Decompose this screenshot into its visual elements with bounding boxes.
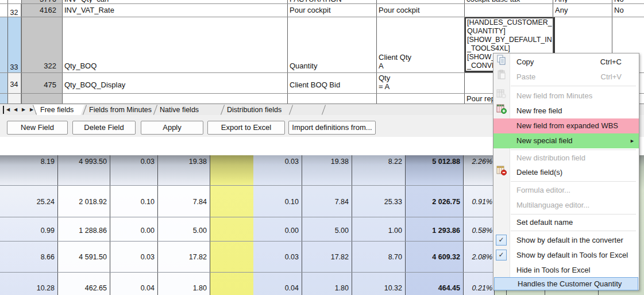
table-cell[interactable]: 4 993.50: [58, 158, 107, 166]
first-tab-button[interactable]: ◀: [3, 106, 12, 114]
table-cell[interactable]: 19.38: [302, 158, 349, 166]
qty-label[interactable]: Qty: [379, 74, 462, 83]
export-to-excel-button[interactable]: Export to Excel: [207, 121, 285, 135]
table-cell[interactable]: 0.00: [253, 227, 299, 235]
table-cell[interactable]: 0.03: [110, 158, 155, 166]
table-cell[interactable]: 8.66: [0, 253, 55, 262]
table-cell[interactable]: 8.19: [0, 158, 55, 166]
table-cell-total[interactable]: 4 609.32: [406, 253, 460, 262]
next-tab-button[interactable]: ▶: [20, 106, 28, 114]
field-usage[interactable]: Pour cockpit: [290, 6, 375, 15]
field-any[interactable]: Any: [555, 6, 610, 15]
table-cell-percent[interactable]: 2.08%: [463, 253, 492, 262]
field-name[interactable]: Qty_BOQ_Display: [64, 81, 237, 90]
row-header-34[interactable]: 34: [7, 72, 21, 93]
paste-icon: [496, 70, 507, 80]
field-id[interactable]: 322: [21, 62, 56, 71]
table-cell-total[interactable]: 1 293.86: [406, 227, 460, 235]
apply-button[interactable]: Apply: [141, 121, 203, 135]
table-cell[interactable]: 7.84: [302, 198, 349, 206]
table-cell[interactable]: 19.38: [158, 158, 207, 166]
table-cell[interactable]: 5.00: [158, 227, 207, 235]
table-cell[interactable]: 4 591.50: [58, 253, 107, 262]
checkbox-checked-icon: ✓: [496, 250, 507, 260]
table-cell[interactable]: 1 288.86: [58, 227, 107, 235]
field-usage[interactable]: Client BOQ Bid: [290, 81, 375, 90]
table-cell-total[interactable]: 464.45: [406, 284, 460, 293]
field-no[interactable]: No: [614, 6, 642, 15]
table-cell[interactable]: 17.82: [158, 253, 207, 262]
field-name[interactable]: INV_VAT_Rate: [64, 6, 237, 15]
row-header-33[interactable]: 33: [7, 17, 21, 72]
prev-tab-button[interactable]: ◀: [11, 106, 20, 114]
field-id: 3776: [21, 0, 56, 3]
table-cell[interactable]: 8.22: [352, 158, 402, 166]
table-cell[interactable]: 25.33: [352, 198, 402, 206]
menu-separator: [511, 181, 636, 182]
menu-item-formula-editor: Formula editor...: [493, 183, 639, 198]
menu-item-new-distribution-field: New distribution field: [493, 151, 639, 165]
table-cell-percent[interactable]: 0.21%: [463, 284, 492, 293]
table-cell[interactable]: 0.10: [110, 198, 155, 206]
field-name[interactable]: Qty_BOQ: [64, 62, 237, 71]
table-cell-percent[interactable]: 0.91%: [463, 198, 492, 206]
menu-item-new-special-field[interactable]: New special field ►: [493, 133, 639, 148]
table-cell-total[interactable]: 5 012.88: [406, 158, 460, 166]
menu-item-show-in-converter[interactable]: ✓ Show by default in the converter: [493, 233, 639, 248]
tab-divider: [153, 105, 157, 114]
table-cell[interactable]: 1.00: [352, 227, 402, 235]
table-cell[interactable]: 1.80: [302, 284, 349, 293]
import-definitions-button[interactable]: Import definitions from...: [288, 121, 376, 135]
menu-item-delete-fields[interactable]: Delete field(s): [493, 165, 639, 180]
delete-field-button[interactable]: Delete Field: [72, 121, 136, 135]
menu-separator: [511, 86, 636, 86]
table-cell[interactable]: 462.65: [58, 284, 107, 293]
client-qty-value[interactable]: A: [379, 62, 462, 71]
field-usage2[interactable]: Pour cockpit: [379, 6, 462, 15]
menu-item-set-default-name[interactable]: Set default name: [493, 216, 639, 229]
table-cell[interactable]: 0.04: [253, 284, 299, 293]
table-cell-percent[interactable]: 0.58%: [463, 227, 492, 235]
table-cell[interactable]: 0.99: [0, 227, 55, 235]
field-id[interactable]: 4162: [21, 6, 56, 15]
client-qty-label[interactable]: Client Qty: [379, 53, 462, 62]
table-cell[interactable]: 0.03: [253, 253, 299, 262]
table-cell[interactable]: 10.32: [352, 284, 402, 293]
menu-separator: [511, 150, 636, 150]
grid-row-31-clipped[interactable]: 3776 INV_Qty_can FACTURATION cockpit bas…: [0, 0, 644, 3]
menu-item-new-field-from-expanded-wbs[interactable]: New field from expanded WBS: [493, 118, 639, 133]
new-field-button[interactable]: New Field: [7, 121, 68, 135]
table-cell-total[interactable]: 2 026.75: [406, 198, 460, 206]
qty-value[interactable]: = A: [379, 82, 462, 91]
menu-item-handles-customer-quantity[interactable]: Handles the Customer Quantity: [494, 277, 638, 290]
tab-distribution-fields[interactable]: Distribution fields: [227, 105, 281, 114]
table-cell[interactable]: 8.70: [352, 253, 402, 262]
menu-item-hide-in-tools-for-excel[interactable]: Hide in Tools for Excel: [493, 263, 639, 278]
table-cell[interactable]: 7.84: [158, 198, 207, 206]
menu-item-copy[interactable]: Copy Ctrl+C: [493, 55, 639, 70]
field-usage: FACTURATION: [290, 0, 375, 3]
row-header-35[interactable]: [7, 93, 21, 104]
table-cell[interactable]: 0.03: [253, 158, 299, 166]
table-cell[interactable]: 10.28: [0, 284, 55, 293]
field-usage[interactable]: Quantity: [290, 62, 375, 71]
field-comment: cockpit base tax: [466, 0, 552, 3]
table-cell[interactable]: 2 018.92: [58, 198, 107, 206]
table-plus-icon: [496, 89, 507, 99]
table-cell-percent[interactable]: 2.26%: [463, 158, 492, 166]
field-id[interactable]: 475: [21, 81, 56, 90]
table-cell[interactable]: 17.82: [302, 253, 349, 262]
table-cell[interactable]: 25.24: [0, 198, 55, 206]
tab-free-fields[interactable]: Free fields: [40, 105, 74, 114]
menu-item-show-in-tools-for-excel[interactable]: ✓ Show by default in Tools for Excel: [493, 248, 639, 263]
row-header-32[interactable]: 32: [7, 3, 21, 17]
table-cell[interactable]: 0.04: [110, 284, 155, 293]
table-cell[interactable]: 0.00: [110, 227, 155, 235]
table-cell[interactable]: 0.03: [110, 253, 155, 262]
menu-item-new-free-field[interactable]: New free field: [493, 104, 639, 118]
table-cell[interactable]: 5.00: [302, 227, 349, 235]
tab-fields-from-minutes[interactable]: Fields from Minutes: [89, 105, 152, 114]
table-cell[interactable]: 0.10: [253, 198, 299, 206]
table-cell[interactable]: 1.80: [158, 284, 207, 293]
tab-native-fields[interactable]: Native fields: [160, 105, 199, 114]
